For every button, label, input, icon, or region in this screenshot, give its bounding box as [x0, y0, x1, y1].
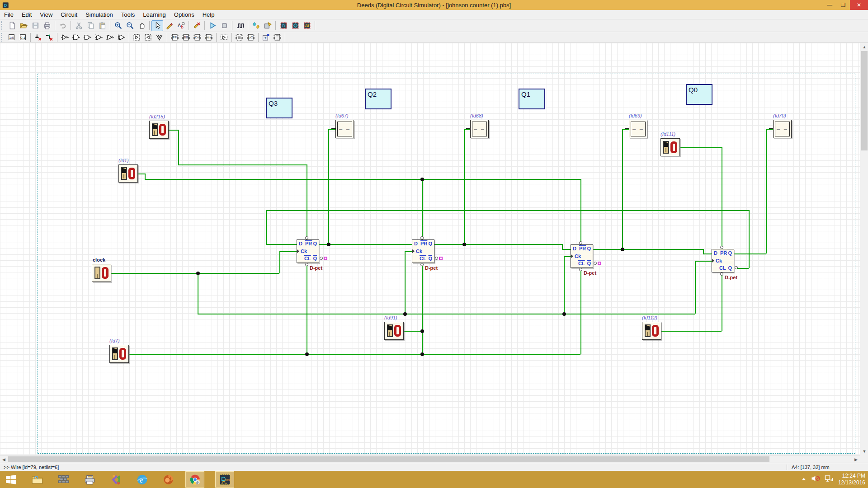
- scroll-up-arrow[interactable]: ▲: [860, 43, 868, 51]
- pause-tool-button[interactable]: [218, 20, 230, 31]
- mem-chip-tool-button[interactable]: MEM: [203, 33, 214, 42]
- or-gate-tool-button[interactable]: [93, 33, 104, 42]
- taskbar-deeds-icon[interactable]: 100: [215, 471, 234, 488]
- vertical-scrollbar[interactable]: ▲ ▼: [860, 43, 868, 455]
- menu-edit[interactable]: Edit: [18, 10, 36, 19]
- reg-chip-tool-button[interactable]: 888: [180, 33, 192, 42]
- and-gate-tool-button[interactable]: [71, 33, 82, 42]
- module-fsm-tool-button[interactable]: [289, 20, 301, 31]
- taskbar-start-button[interactable]: [5, 473, 17, 486]
- toggle-lever-icon[interactable]: [121, 167, 127, 180]
- copy-tool-button[interactable]: [85, 20, 96, 31]
- switch-body[interactable]: [384, 322, 404, 340]
- module-d-tool-button[interactable]: D: [278, 20, 289, 31]
- d-flipflop-4[interactable]: DPRQCkCLQD-pet: [712, 249, 734, 272]
- switch-body[interactable]: [660, 138, 680, 156]
- undo-tool-button[interactable]: [57, 20, 69, 31]
- print-tool-button[interactable]: [41, 20, 53, 31]
- hier-tool-button[interactable]: [250, 20, 262, 31]
- toggle-lever-icon[interactable]: [663, 141, 669, 154]
- ff-chip-tool-button[interactable]: FF: [169, 33, 180, 42]
- clock-input-switch[interactable]: clock: [92, 264, 111, 282]
- custom-ic-tool-button[interactable]: [234, 33, 245, 42]
- nor-gate-tool-button[interactable]: [104, 33, 116, 42]
- menu-circuit[interactable]: Circuit: [57, 10, 81, 19]
- io-in-tool-button[interactable]: 1:0: [6, 33, 17, 42]
- chip-out-tool-button[interactable]: [262, 20, 274, 31]
- output-display-id68[interactable]: (Id68)– –: [470, 120, 489, 138]
- scroll-left-arrow[interactable]: ◀: [0, 455, 8, 463]
- hc-buffer-tool-button[interactable]: [218, 33, 230, 42]
- menu-file[interactable]: File: [0, 10, 18, 19]
- tray-speaker-mute-icon[interactable]: [811, 474, 820, 484]
- output-display-id69[interactable]: (Id69)– –: [629, 120, 647, 138]
- new-tool-button[interactable]: [6, 20, 18, 31]
- input-switch-id111[interactable]: (Id111): [660, 138, 680, 156]
- test-flag-tool-button[interactable]: T: [260, 33, 272, 42]
- output-display-id70[interactable]: (Id70)– –: [773, 120, 792, 138]
- scroll-right-arrow[interactable]: ▶: [852, 455, 860, 463]
- input-switch-id112[interactable]: (Id112): [642, 322, 661, 340]
- wave-tool-button[interactable]: [234, 20, 246, 31]
- taskbar-visual-studio-icon[interactable]: [109, 473, 122, 486]
- rom-grid-tool-button[interactable]: [272, 33, 283, 42]
- horizontal-scrollbar[interactable]: ◀ ▶: [0, 455, 860, 463]
- horizontal-scroll-thumb[interactable]: [8, 456, 769, 462]
- toggle-lever-icon[interactable]: [387, 324, 393, 337]
- taskbar-ie-icon[interactable]: e: [136, 473, 148, 486]
- circuit-canvas[interactable]: Q3Q2Q1Q0(Id215)(Id1)clock(Id7)(Id91)(Id1…: [0, 43, 860, 455]
- switch-body[interactable]: [118, 164, 138, 183]
- net-label-q3[interactable]: Q3: [266, 98, 292, 118]
- net-label-q0[interactable]: Q0: [686, 84, 712, 105]
- input-switch-id7[interactable]: (Id7): [109, 345, 129, 363]
- menu-help[interactable]: Help: [198, 10, 219, 19]
- tray-network-icon[interactable]: [825, 474, 834, 484]
- toggle-lever-icon[interactable]: [112, 347, 118, 360]
- tray-caret-up-icon[interactable]: [801, 475, 807, 483]
- switch-body[interactable]: [109, 345, 129, 363]
- menu-options[interactable]: Options: [170, 10, 198, 19]
- io-out-tool-button[interactable]: 0,1: [17, 33, 28, 42]
- taskbar-explorer-icon[interactable]: [31, 473, 43, 486]
- minimize-button[interactable]: —: [823, 0, 836, 10]
- switch-body[interactable]: [149, 121, 169, 139]
- mcu-tool-button[interactable]: µC: [245, 33, 256, 42]
- draw-x-tool-button[interactable]: [191, 20, 203, 31]
- module-tt-tool-button[interactable]: [301, 20, 313, 31]
- net-label-q2[interactable]: Q2: [365, 89, 392, 109]
- run-tool-button[interactable]: [207, 20, 218, 31]
- nand-gate-tool-button[interactable]: [82, 33, 93, 42]
- restore-button[interactable]: ❏: [836, 0, 850, 10]
- menu-view[interactable]: View: [36, 10, 57, 19]
- tri-r-tool-button[interactable]: [131, 33, 142, 42]
- menu-tools[interactable]: Tools: [117, 10, 139, 19]
- close-button[interactable]: ✕: [850, 0, 868, 10]
- zoom-in-tool-button[interactable]: [112, 20, 124, 31]
- mux-tool-button[interactable]: [154, 33, 165, 42]
- tri-l-tool-button[interactable]: [142, 33, 154, 42]
- toggle-lever-icon[interactable]: [645, 324, 651, 337]
- menu-learning[interactable]: Learning: [139, 10, 170, 19]
- taskbar-clock[interactable]: 12:24 PM 12/13/2016: [838, 473, 865, 486]
- taskbar-firefox-icon[interactable]: [162, 473, 175, 486]
- cnt-chip-tool-button[interactable]: Cnt: [192, 33, 203, 42]
- save-tool-button[interactable]: [29, 20, 41, 31]
- taskbar-printer-tool-icon[interactable]: [83, 473, 96, 486]
- toggle-lever-icon[interactable]: [152, 123, 158, 136]
- d-flipflop-1[interactable]: DPRQCkCLQD-pet: [297, 239, 319, 263]
- bend-x-tool-button[interactable]: [44, 33, 55, 42]
- menu-simulation[interactable]: Simulation: [81, 10, 117, 19]
- input-switch-id215[interactable]: (Id215): [149, 121, 169, 139]
- open-tool-button[interactable]: [18, 20, 29, 31]
- scroll-down-arrow[interactable]: ▼: [860, 447, 868, 455]
- vertical-scroll-thumb[interactable]: [861, 51, 868, 150]
- output-display-id67[interactable]: (Id67)– –: [335, 120, 354, 138]
- zoom-out-tool-button[interactable]: [124, 20, 136, 31]
- edit-pen-tool-button[interactable]: [163, 20, 175, 31]
- pan-tool-button[interactable]: [136, 20, 147, 31]
- select-tool-button[interactable]: [151, 20, 163, 31]
- net-label-q1[interactable]: Q1: [519, 89, 545, 109]
- paste-tool-button[interactable]: [96, 20, 108, 31]
- rename-tool-button[interactable]: Ab: [175, 20, 187, 31]
- switch-body[interactable]: [92, 264, 111, 282]
